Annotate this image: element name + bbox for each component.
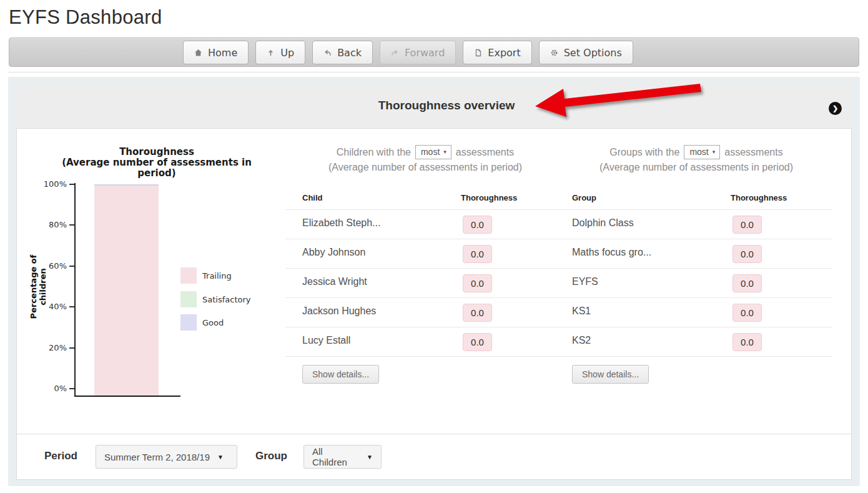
chart-bar: [94, 184, 159, 396]
set-options-button[interactable]: Set Options: [539, 41, 633, 64]
chart-title: Thoroughness (Average number of assessme…: [57, 147, 257, 179]
up-arrow-icon: [267, 49, 275, 57]
period-dropdown-value: Summer Term 2, 2018/19: [104, 452, 210, 462]
thoroughness-badge: 0.0: [463, 216, 492, 234]
home-button[interactable]: Home: [183, 41, 249, 64]
chart-x-axis: [74, 396, 180, 397]
up-button-label: Up: [280, 47, 294, 59]
table-row[interactable]: KS1 0.0: [555, 298, 832, 327]
heading-subtitle: (Average number of assessments in period…: [285, 162, 565, 173]
thoroughness-badge: 0.0: [732, 216, 762, 234]
chart-subtitle: (Average number of assessments in period…: [57, 157, 257, 179]
groups-most-select-value: most: [689, 147, 708, 157]
y-tick-label: 0%: [36, 384, 67, 393]
table-row[interactable]: Dolphin Class 0.0: [555, 210, 832, 239]
heading-suffix: assessments: [724, 147, 782, 158]
group-dropdown-value: All Children: [312, 446, 359, 467]
export-button[interactable]: Export: [463, 41, 531, 64]
divider: [8, 72, 860, 72]
forward-button[interactable]: Forward: [380, 41, 456, 64]
group-name: KS2: [572, 335, 591, 346]
home-button-label: Home: [208, 47, 237, 59]
tick-mark: [69, 266, 74, 267]
panel-title: Thoroughness overview: [16, 82, 852, 128]
thoroughness-badge: 0.0: [463, 304, 492, 322]
child-name: Abby Johnson: [302, 247, 365, 258]
thoroughness-panel: Thoroughness overview ❯ Thoroughness (Av…: [8, 77, 860, 486]
export-button-label: Export: [488, 47, 520, 59]
children-section-heading: Children with the most ▾ assessments (Av…: [285, 145, 565, 173]
caret-down-icon: ▾: [443, 149, 446, 155]
groups-most-select[interactable]: most ▾: [684, 145, 720, 159]
table-row[interactable]: KS2 0.0: [555, 327, 832, 357]
caret-down-icon: ▼: [217, 454, 224, 461]
forward-arrow-icon: [391, 49, 399, 57]
groups-table: Dolphin Class 0.0 Maths focus gro... 0.0…: [555, 209, 832, 357]
period-label: Period: [44, 450, 77, 462]
tick-mark: [69, 347, 74, 349]
group-dropdown[interactable]: All Children ▼: [303, 445, 382, 469]
legend-label: Good: [202, 318, 224, 327]
period-dropdown[interactable]: Summer Term 2, 2018/19 ▼: [96, 445, 237, 469]
table-row[interactable]: Abby Johnson 0.0: [285, 239, 560, 269]
y-tick-label: 100%: [36, 179, 67, 189]
heading-subtitle: (Average number of assessments in period…: [555, 162, 837, 173]
table-row[interactable]: Lucy Estall 0.0: [285, 327, 560, 357]
table-row[interactable]: EYFS 0.0: [555, 269, 832, 298]
panel-header: Thoroughness overview ❯: [16, 82, 852, 128]
tick-mark: [69, 224, 74, 226]
table-row[interactable]: Jessica Wright 0.0: [285, 269, 560, 298]
column-header-group: Group: [572, 193, 596, 202]
children-most-select[interactable]: most ▾: [415, 145, 451, 159]
child-name: Jessica Wright: [302, 276, 367, 287]
children-most-select-value: most: [421, 147, 440, 157]
page-title: EYFS Dashboard: [9, 6, 162, 29]
table-row[interactable]: Maths focus gro... 0.0: [555, 239, 832, 269]
group-name: KS1: [572, 306, 591, 317]
table-row[interactable]: Jackson Hughes 0.0: [285, 298, 560, 327]
set-options-button-label: Set Options: [564, 47, 622, 59]
thoroughness-badge: 0.0: [732, 333, 762, 351]
legend-item: Good: [180, 314, 224, 331]
child-name: Elizabeth Steph...: [302, 217, 380, 229]
footer-divider: [17, 434, 851, 434]
table-row[interactable]: Elizabeth Steph... 0.0: [285, 210, 560, 239]
home-icon: [194, 49, 202, 57]
group-name: EYFS: [572, 276, 598, 287]
chevron-right-icon[interactable]: ❯: [829, 102, 842, 115]
legend-label: Trailing: [202, 271, 232, 281]
legend-swatch-trailing: [180, 267, 197, 284]
y-tick-label: 40%: [36, 302, 67, 311]
legend-item: Trailing: [180, 267, 232, 284]
back-button[interactable]: Back: [312, 41, 373, 64]
toolbar: Home Up Back Forward Export Set Options: [9, 37, 859, 67]
chart-plot-area: [75, 184, 181, 396]
chart-title-line: Thoroughness: [57, 147, 257, 157]
gear-icon: [550, 49, 558, 57]
tick-mark: [69, 184, 74, 185]
children-section: Children with the most ▾ assessments (Av…: [285, 129, 565, 434]
thoroughness-badge: 0.0: [732, 245, 762, 263]
child-name: Lucy Estall: [302, 335, 350, 346]
groups-show-details-button[interactable]: Show details...: [572, 365, 649, 384]
legend-swatch-satisfactory: [180, 291, 197, 307]
caret-down-icon: ▾: [713, 149, 716, 155]
heading-prefix: Children with the: [337, 147, 411, 158]
heading-suffix: assessments: [456, 147, 514, 158]
back-button-label: Back: [337, 47, 362, 59]
child-name: Jackson Hughes: [302, 306, 376, 317]
thoroughness-badge: 0.0: [463, 245, 492, 263]
children-show-details-button[interactable]: Show details...: [302, 365, 379, 384]
group-label: Group: [255, 450, 287, 462]
up-button[interactable]: Up: [255, 41, 305, 64]
tick-mark: [69, 306, 74, 307]
y-tick-label: 20%: [36, 343, 67, 352]
heading-prefix: Groups with the: [609, 147, 679, 158]
legend-swatch-good: [180, 314, 197, 331]
legend-label: Satisfactory: [202, 295, 250, 304]
legend-item: Satisfactory: [180, 291, 250, 307]
forward-button-label: Forward: [405, 47, 445, 59]
document-icon: [474, 49, 482, 57]
panel-body: Thoroughness (Average number of assessme…: [16, 128, 852, 480]
chart-y-axis-label: Percentage of children: [29, 237, 41, 337]
